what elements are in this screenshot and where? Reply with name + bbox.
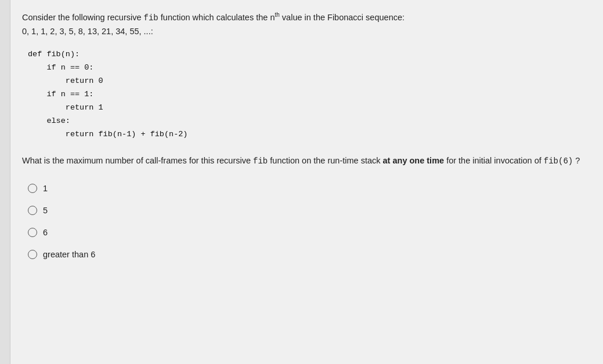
question-fib-code: fib bbox=[253, 156, 268, 166]
option-label-5: 5 bbox=[43, 206, 48, 215]
option-item-1[interactable]: 1 bbox=[28, 184, 586, 193]
question-text-3: for the initial invocation of bbox=[444, 156, 544, 165]
code-block: def fib(n): if n == 0: return 0 if n == … bbox=[22, 48, 586, 141]
content-area: Consider the following recursive fib fun… bbox=[10, 0, 603, 364]
code-line-6: else: bbox=[28, 115, 586, 128]
intro-paragraph: Consider the following recursive fib fun… bbox=[22, 10, 586, 38]
intro-text-sequence: value in the Fibonacci sequence: bbox=[280, 13, 405, 22]
radio-6[interactable] bbox=[28, 228, 37, 237]
question-text-1: What is the maximum number of call-frame… bbox=[22, 156, 253, 165]
option-label-gt6: greater than 6 bbox=[43, 250, 95, 259]
intro-sequence-values: 0, 1, 1, 2, 3, 5, 8, 13, 21, 34, 55, ...… bbox=[22, 27, 153, 36]
intro-text-after-fib: function which calculates the n bbox=[158, 13, 275, 22]
intro-text-before-fib: Consider the following recursive bbox=[22, 13, 144, 22]
intro-fib-code: fib bbox=[144, 13, 158, 23]
option-label-6: 6 bbox=[43, 228, 48, 237]
option-item-5[interactable]: 5 bbox=[28, 206, 586, 215]
code-line-1: def fib(n): bbox=[28, 48, 586, 61]
code-line-5: return 1 bbox=[28, 101, 586, 115]
code-line-2: if n == 0: bbox=[28, 61, 586, 75]
question-fib2-code: fib(6) bbox=[544, 156, 573, 166]
question-text-2: function on the run-time stack bbox=[268, 156, 382, 165]
code-line-7: return fib(n-1) + fib(n-2) bbox=[28, 128, 586, 141]
options-list: 1 5 6 greater than 6 bbox=[22, 184, 586, 259]
code-line-4: if n == 1: bbox=[28, 88, 586, 101]
left-border bbox=[0, 0, 10, 364]
question-text: What is the maximum number of call-frame… bbox=[22, 154, 586, 168]
code-line-3: return 0 bbox=[28, 75, 586, 88]
radio-5[interactable] bbox=[28, 206, 37, 215]
option-item-6[interactable]: 6 bbox=[28, 228, 586, 237]
page-container: Consider the following recursive fib fun… bbox=[0, 0, 603, 364]
radio-1[interactable] bbox=[28, 184, 37, 193]
question-bold-text: at any one time bbox=[383, 156, 445, 165]
option-label-1: 1 bbox=[43, 184, 48, 193]
radio-gt6[interactable] bbox=[28, 250, 37, 259]
question-text-4: ? bbox=[573, 156, 580, 165]
option-item-gt6[interactable]: greater than 6 bbox=[28, 250, 586, 259]
intro-superscript: th bbox=[275, 12, 279, 18]
